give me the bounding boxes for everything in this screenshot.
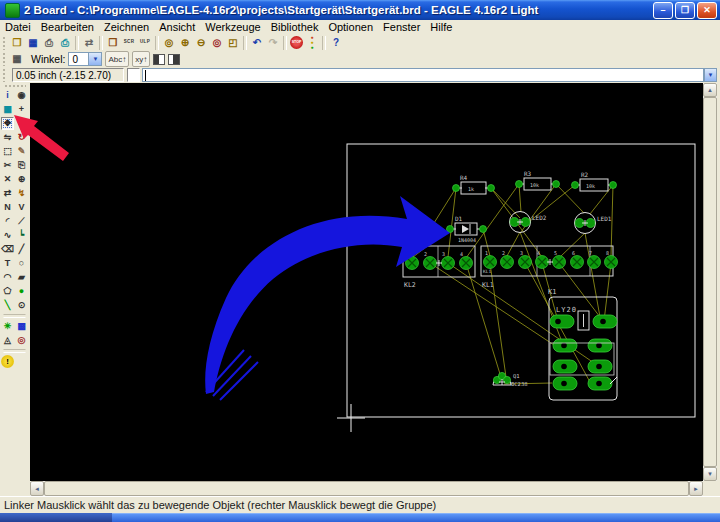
tool-signal-button[interactable]: ╲ xyxy=(1,299,14,312)
tool-rect-button[interactable]: ▰ xyxy=(15,271,28,284)
layer-bottom-toggle[interactable] xyxy=(168,54,180,65)
tool-hole-button[interactable]: ⊙ xyxy=(15,299,28,312)
menu-zeichnen[interactable]: Zeichnen xyxy=(99,21,154,33)
tool-circle-button[interactable]: ○ xyxy=(15,257,28,270)
tool-mark-button[interactable]: + xyxy=(15,103,28,116)
component-r4[interactable]: R4 1k xyxy=(453,174,495,194)
toolbar-traffic-light-button[interactable]: ● xyxy=(304,35,320,50)
tool-mirror-button[interactable]: ⇋ xyxy=(1,131,14,144)
component-r3[interactable]: R3 10k xyxy=(516,170,560,190)
toolbar-zoom-redraw-button[interactable]: ◎ xyxy=(209,35,225,50)
tool-rotate-button[interactable]: ↻ xyxy=(15,131,28,144)
minimize-button[interactable]: – xyxy=(653,2,673,19)
tool-ratsnest-button[interactable]: ✳ xyxy=(1,320,14,333)
tool-smash-button[interactable]: ↯ xyxy=(15,187,28,200)
toolbar-use-library-button[interactable]: ❒ xyxy=(105,35,121,50)
tool-ripup-button[interactable]: ⌫ xyxy=(1,243,14,256)
toolbar-zoom-out-button[interactable]: ⊖ xyxy=(193,35,209,50)
tool-copy-button[interactable]: ⧉ xyxy=(15,117,28,130)
vertical-scroll-thumb[interactable] xyxy=(703,97,717,467)
tool-add-button[interactable]: ⊕ xyxy=(15,173,28,186)
scroll-up-button[interactable]: ▲ xyxy=(703,83,717,97)
tool-via-button[interactable]: ● xyxy=(15,285,28,298)
toolbar-run-script-button[interactable]: SCR xyxy=(121,35,137,50)
toolbar-open-button[interactable]: ❐ xyxy=(9,35,25,50)
toolbar-zoom-select-button[interactable]: ◰ xyxy=(225,35,241,50)
scroll-down-button[interactable]: ▼ xyxy=(703,467,717,481)
horizontal-scroll-thumb[interactable] xyxy=(44,481,689,496)
winkel-dropdown-icon[interactable]: ▼ xyxy=(88,53,101,65)
command-history-button[interactable] xyxy=(127,68,140,82)
tool-info-button[interactable]: i xyxy=(1,89,14,102)
menu-fenster[interactable]: Fenster xyxy=(378,21,425,33)
dynamic-text-button[interactable]: xy↑ xyxy=(132,51,150,67)
toolbar-undo-button[interactable]: ↶ xyxy=(249,35,265,50)
tool-name-button[interactable]: N xyxy=(1,201,14,214)
toolbar-print-button[interactable]: ⎙ xyxy=(41,35,57,50)
menu-datei[interactable]: Datei xyxy=(0,21,36,33)
horizontal-scrollbar[interactable]: ◄ ► xyxy=(30,481,703,496)
tool-show-button[interactable]: ◉ xyxy=(15,89,28,102)
component-led1[interactable]: LED1 xyxy=(575,213,612,234)
taskbar-active-segment[interactable] xyxy=(0,513,112,522)
tool-arc-button[interactable]: ◠ xyxy=(1,271,14,284)
tool-route-button[interactable]: ┕ xyxy=(15,229,28,242)
command-input[interactable] xyxy=(142,68,704,82)
tool-auto-button[interactable]: ▩ xyxy=(15,320,28,333)
taskbar-segment[interactable] xyxy=(112,513,720,522)
maximize-button[interactable]: ❐ xyxy=(675,2,695,19)
component-k1[interactable]: K1 LY20 xyxy=(548,288,617,400)
component-q1[interactable]: Q1 BC238 xyxy=(493,372,528,387)
tool-drc-button[interactable]: ◬ xyxy=(1,334,14,347)
menu-ansicht[interactable]: Ansicht xyxy=(154,21,200,33)
toolbar-redo-button[interactable]: ↷ xyxy=(265,35,281,50)
menu-bearbeiten[interactable]: Bearbeiten xyxy=(36,21,99,33)
component-r2[interactable]: R2 10k xyxy=(572,171,617,191)
tool-miter-button[interactable]: ◜ xyxy=(1,215,14,228)
board-canvas[interactable]: R4 1k R3 10k R2 10k xyxy=(30,83,703,481)
text-direction-button[interactable]: Abc↑ xyxy=(105,51,129,67)
menu-werkzeuge[interactable]: Werkzeuge xyxy=(200,21,265,33)
taskbar[interactable] xyxy=(0,513,720,522)
toolbar-cam-processor-button[interactable]: ⎙ xyxy=(57,35,73,50)
menu-hilfe[interactable]: Hilfe xyxy=(425,21,457,33)
menu-optionen[interactable]: Optionen xyxy=(323,21,378,33)
vertical-scrollbar[interactable]: ▲ ▼ xyxy=(703,83,717,481)
toolbar-save-button[interactable]: ▦ xyxy=(25,35,41,50)
grid-settings-button[interactable]: ▦ xyxy=(9,52,25,67)
winkel-select[interactable]: 0 ▼ xyxy=(68,52,102,66)
scroll-left-button[interactable]: ◄ xyxy=(30,481,44,496)
tool-split-button[interactable]: ⟋ xyxy=(15,215,28,228)
tool-value-button[interactable]: V xyxy=(15,201,28,214)
component-led2[interactable]: LED2 xyxy=(510,212,547,233)
coordinate-display: 0.05 inch (-2.15 2.70) xyxy=(12,68,124,82)
tool-polygon-button[interactable]: ⬠ xyxy=(1,285,14,298)
toolbar-stop-button[interactable]: STOP xyxy=(290,36,303,49)
scroll-right-button[interactable]: ► xyxy=(689,481,703,496)
toolbar-help-button[interactable]: ? xyxy=(328,35,344,50)
toolbar-run-ulp-button[interactable]: ULP xyxy=(137,35,153,50)
pcb-drawing: R4 1k R3 10k R2 10k xyxy=(30,83,703,481)
tool-cut-button[interactable]: ✂ xyxy=(1,159,14,172)
toolbar-zoom-in-button[interactable]: ⊕ xyxy=(177,35,193,50)
tool-text-button[interactable]: T xyxy=(1,257,14,270)
tool-change-button[interactable]: ✎ xyxy=(15,145,28,158)
tool-pinswap-button[interactable]: ⇄ xyxy=(1,187,14,200)
close-button[interactable]: ✕ xyxy=(697,2,717,19)
tool-group-button[interactable]: ⬚ xyxy=(1,145,14,158)
toolbar-separator-button xyxy=(243,36,247,50)
tool-display-button[interactable]: ▦ xyxy=(1,103,14,116)
tool-delete-button[interactable]: ✕ xyxy=(1,173,14,186)
tool-move-button[interactable]: ✥ xyxy=(1,117,14,130)
layer-top-toggle[interactable] xyxy=(153,54,165,65)
toolbar-zoom-fit-button[interactable]: ◎ xyxy=(161,35,177,50)
tool-wire-button[interactable]: ╱ xyxy=(15,243,28,256)
tool-errors-button[interactable]: ! xyxy=(1,355,14,368)
tool-errc-button[interactable]: ◎ xyxy=(15,334,28,347)
component-kl1[interactable]: 1 2 3 4 5 6 7 8 KL1 KL1 xyxy=(481,246,618,289)
command-dropdown-button[interactable]: ▼ xyxy=(704,68,717,82)
toolbar-board-schematic-button[interactable]: ⇄ xyxy=(81,35,97,50)
tool-paste-button[interactable]: ⎘ xyxy=(15,159,28,172)
tool-optimize-button[interactable]: ∿ xyxy=(1,229,14,242)
menu-bibliothek[interactable]: Bibliothek xyxy=(266,21,324,33)
